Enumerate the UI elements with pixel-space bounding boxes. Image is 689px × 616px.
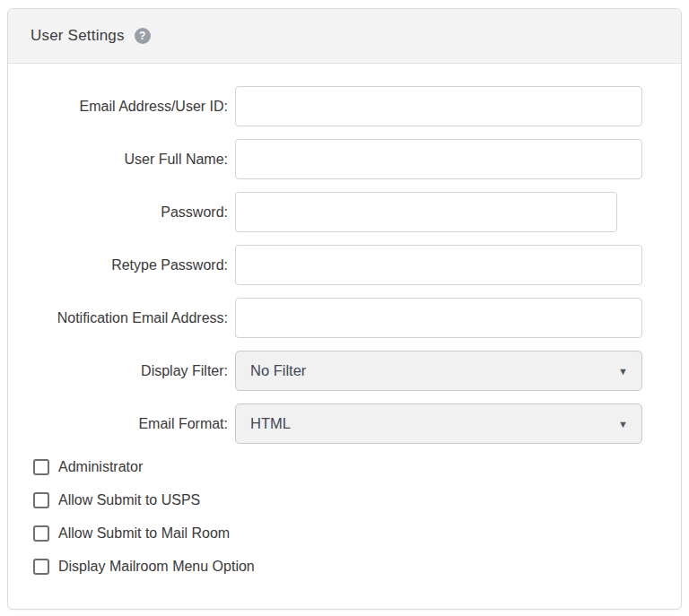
page-title: User Settings	[31, 27, 125, 45]
display-mailroom-menu-option-checkbox-row[interactable]: Display Mailroom Menu Option	[33, 556, 681, 577]
password-label: Password:	[8, 204, 228, 221]
chevron-down-icon: ▼	[618, 366, 628, 377]
email-address-user-id-input[interactable]	[235, 86, 642, 126]
administrator-checkbox[interactable]	[33, 459, 49, 475]
administrator-checkbox-row[interactable]: Administrator	[33, 456, 681, 478]
email-format-value: HTML	[250, 415, 291, 432]
form-row-display-filter: Display Filter: No Filter ▼	[8, 351, 681, 391]
email-format-select[interactable]: HTML ▼	[235, 403, 642, 444]
form-row-notification-email-address: Notification Email Address:	[8, 298, 681, 338]
allow-submit-to-mail-room-checkbox[interactable]	[33, 525, 49, 542]
administrator-label: Administrator	[58, 459, 143, 475]
user-full-name-input[interactable]	[235, 139, 642, 179]
user-full-name-label: User Full Name:	[8, 152, 228, 168]
email-address-user-id-label: Email Address/User ID:	[8, 99, 228, 115]
chevron-down-icon: ▼	[618, 419, 628, 429]
form-row-user-full-name: User Full Name:	[8, 139, 681, 179]
display-mailroom-menu-option-label: Display Mailroom Menu Option	[58, 559, 255, 575]
form-row-email-format: Email Format: HTML ▼	[8, 403, 681, 444]
notification-email-address-input[interactable]	[235, 298, 642, 338]
password-input[interactable]	[235, 192, 617, 232]
display-filter-value: No Filter	[250, 362, 306, 379]
card-header: User Settings ?	[8, 9, 681, 64]
notification-email-address-label: Notification Email Address:	[8, 310, 228, 326]
display-mailroom-menu-option-checkbox[interactable]	[33, 559, 49, 575]
form-row-email-address-user-id: Email Address/User ID:	[8, 86, 681, 126]
form-row-retype-password: Retype Password:	[8, 245, 681, 285]
allow-submit-to-mail-room-checkbox-row[interactable]: Allow Submit to Mail Room	[33, 523, 681, 544]
allow-submit-to-usps-label: Allow Submit to USPS	[58, 492, 200, 508]
checkbox-section: Administrator Allow Submit to USPS Allow…	[8, 456, 681, 577]
form-row-password: Password:	[8, 192, 681, 232]
retype-password-input[interactable]	[235, 245, 642, 285]
allow-submit-to-usps-checkbox[interactable]	[33, 492, 49, 508]
help-icon[interactable]: ?	[135, 28, 151, 44]
allow-submit-to-usps-checkbox-row[interactable]: Allow Submit to USPS	[33, 490, 681, 511]
display-filter-select[interactable]: No Filter ▼	[235, 351, 642, 391]
allow-submit-to-mail-room-label: Allow Submit to Mail Room	[58, 525, 230, 542]
retype-password-label: Retype Password:	[8, 257, 228, 273]
email-format-label: Email Format:	[8, 416, 228, 432]
user-settings-form: Email Address/User ID: User Full Name: P…	[8, 64, 681, 577]
display-filter-label: Display Filter:	[8, 363, 228, 379]
user-settings-card: User Settings ? Email Address/User ID: U…	[7, 8, 682, 610]
